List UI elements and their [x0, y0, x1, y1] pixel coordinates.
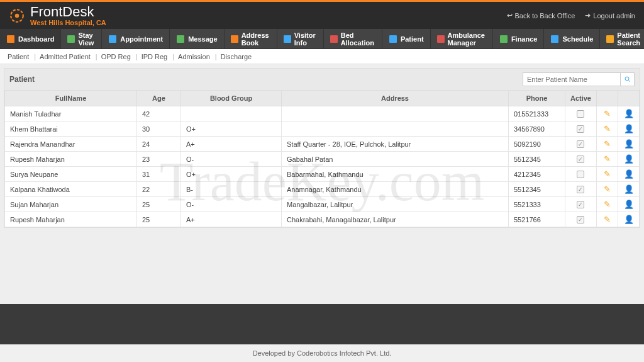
svg-rect-7 — [284, 35, 291, 43]
col-fullname[interactable]: FullName — [5, 91, 137, 106]
user-icon[interactable]: 👤 — [624, 124, 634, 133]
svg-rect-8 — [330, 35, 338, 43]
table-row: Kalpana Khatiwoda22B-Anamnagar, Kathmand… — [5, 182, 640, 197]
cell-address — [282, 122, 509, 137]
active-checkbox[interactable] — [577, 140, 584, 148]
subnav-ipd-reg[interactable]: IPD Reg — [142, 53, 168, 60]
subnav-opd-reg[interactable]: OPD Reg — [101, 53, 131, 60]
active-checkbox[interactable] — [577, 125, 584, 133]
svg-rect-10 — [437, 35, 445, 43]
user-icon[interactable]: 👤 — [624, 215, 634, 224]
user-icon[interactable]: 👤 — [624, 154, 634, 164]
book-icon — [231, 35, 238, 43]
patient-table: FullName Age Blood Group Address Phone A… — [4, 90, 640, 227]
table-row: Sujan Maharjan25O-Mangalbazar, Lalitpur5… — [5, 197, 640, 212]
search-icon — [606, 35, 614, 43]
logo[interactable]: FrontDesk West Hills Hospital, CA — [9, 5, 106, 26]
cell-address: Chakrabahi, Managalbazar, Lalitpur — [282, 212, 509, 227]
nav-appointment[interactable]: Appointment — [102, 29, 170, 48]
bed-alloc-icon — [330, 35, 338, 43]
logout-link[interactable]: ➜ Logout admin — [585, 11, 635, 20]
calendar-icon — [108, 35, 117, 43]
nav-bed-allocation[interactable]: Bed Allocation — [324, 29, 382, 48]
active-checkbox[interactable] — [577, 216, 584, 223]
search-button[interactable] — [621, 72, 635, 86]
col-edit — [597, 91, 618, 106]
col-age[interactable]: Age — [137, 91, 181, 106]
nav-ambulance-manager[interactable]: Ambulance Manager — [431, 29, 493, 48]
subnav-admitted-patient[interactable]: Admitted Patient — [40, 53, 91, 60]
nav-patient-search[interactable]: Patient Search — [600, 29, 644, 48]
back-office-link[interactable]: ↩ Back to Back Office — [507, 11, 575, 20]
user-icon[interactable]: 👤 — [624, 184, 634, 194]
visitor-icon — [284, 35, 291, 43]
active-checkbox[interactable] — [577, 186, 584, 193]
cell-address: Gabahal Patan — [282, 152, 509, 167]
nav-schedule[interactable]: Schedule — [544, 29, 600, 48]
user-icon[interactable]: 👤 — [624, 109, 634, 118]
cell-name: Rupesh Maharjan — [5, 212, 137, 227]
table-row: Rajendra Manandhar24A+Staff Quarter - 28… — [5, 137, 640, 152]
search-icon — [624, 76, 631, 83]
edit-icon[interactable]: ✎ — [604, 215, 611, 224]
cell-name: Manish Tuladhar — [5, 106, 137, 122]
subnav-admission[interactable]: Admission — [178, 53, 210, 60]
reply-icon: ↩ — [507, 11, 513, 20]
edit-icon[interactable]: ✎ — [604, 169, 611, 179]
active-checkbox[interactable] — [577, 201, 584, 208]
svg-rect-5 — [177, 35, 184, 43]
patient-panel: Patient FullName Age Blood Group Address… — [4, 68, 640, 228]
nav-dashboard[interactable]: Dashboard — [0, 29, 61, 48]
cell-address: Staff Quarter - 28, IOE, Pulchok, Lalitp… — [282, 137, 509, 152]
cell-address: Anamnagar, Kathmandu — [282, 182, 509, 197]
panel-title: Patient — [9, 75, 35, 84]
edit-icon[interactable]: ✎ — [604, 200, 611, 209]
cell-name: Rupesh Maharjan — [5, 152, 137, 167]
nav-message[interactable]: Message — [170, 29, 224, 48]
nav-address-book[interactable]: Address Book — [225, 29, 277, 48]
logo-icon — [9, 8, 25, 24]
edit-icon[interactable]: ✎ — [604, 154, 611, 164]
patient-icon — [389, 35, 397, 43]
user-icon[interactable]: 👤 — [624, 200, 634, 209]
cell-name: Khem Bhattarai — [5, 122, 137, 137]
cell-name: Rajendra Manandhar — [5, 137, 137, 152]
col-blood[interactable]: Blood Group — [181, 91, 282, 106]
nav-stay-view[interactable]: Stay View — [61, 29, 102, 48]
patient-search-input[interactable] — [523, 72, 621, 86]
edit-icon[interactable]: ✎ — [604, 139, 611, 149]
subnav-discharge[interactable]: Discharge — [221, 53, 252, 60]
svg-rect-11 — [500, 35, 508, 43]
cell-age: 22 — [137, 182, 181, 197]
nav-finance[interactable]: Finance — [493, 29, 545, 48]
col-phone[interactable]: Phone — [508, 91, 565, 106]
cell-blood: A+ — [181, 212, 282, 227]
active-checkbox[interactable] — [577, 110, 584, 118]
cell-age: 25 — [137, 212, 181, 227]
active-checkbox[interactable] — [577, 156, 584, 163]
cell-name: Sujan Maharjan — [5, 197, 137, 212]
cell-blood — [181, 106, 282, 122]
col-address[interactable]: Address — [282, 91, 509, 106]
user-icon[interactable]: 👤 — [624, 139, 634, 149]
edit-icon[interactable]: ✎ — [604, 109, 611, 118]
cell-age: 23 — [137, 152, 181, 167]
svg-rect-13 — [606, 35, 614, 43]
subnav-patient[interactable]: Patient — [8, 53, 29, 60]
cell-address: Mangalbazar, Lalitpur — [282, 197, 509, 212]
nav-visitor-info[interactable]: Visitor Info — [277, 29, 324, 48]
edit-icon[interactable]: ✎ — [604, 184, 611, 194]
svg-rect-12 — [551, 35, 558, 43]
table-row: Rupesh Maharjan25A+Chakrabahi, Managalba… — [5, 212, 640, 227]
col-active[interactable]: Active — [565, 91, 596, 106]
footer-dark — [0, 304, 644, 344]
active-checkbox[interactable] — [577, 171, 584, 178]
col-user — [618, 91, 640, 106]
cell-name: Surya Neupane — [5, 167, 137, 182]
user-icon[interactable]: 👤 — [624, 169, 634, 179]
edit-icon[interactable]: ✎ — [604, 124, 611, 133]
main-nav: DashboardStay ViewAppointmentMessageAddr… — [0, 29, 644, 49]
table-row: Khem Bhattarai30O+34567890✎👤 — [5, 122, 640, 137]
nav-patient[interactable]: Patient — [382, 29, 431, 48]
cell-age: 42 — [137, 106, 181, 122]
